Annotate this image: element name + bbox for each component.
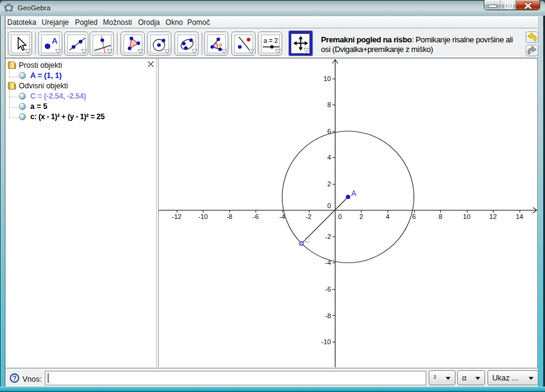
svg-text:-8: -8	[226, 213, 233, 220]
svg-text:14: 14	[516, 213, 523, 220]
svg-text:0: 0	[338, 213, 342, 220]
svg-text:-10: -10	[198, 213, 208, 220]
svg-text:A: A	[52, 36, 58, 45]
svg-text:-10: -10	[322, 338, 331, 345]
svg-text:-8: -8	[325, 312, 331, 319]
svg-text:10: 10	[323, 75, 331, 82]
svg-text:-12: -12	[172, 213, 182, 220]
svg-text:2: 2	[327, 180, 331, 188]
svg-text:a = 2: a = 2	[263, 37, 278, 44]
svg-text:C: C	[305, 236, 310, 244]
svg-text:α: α	[219, 41, 223, 48]
svg-text:A: A	[351, 189, 357, 198]
svg-text:6: 6	[412, 213, 416, 220]
svg-text:-2: -2	[306, 213, 312, 220]
svg-text:10: 10	[463, 213, 471, 220]
svg-text:4: 4	[327, 154, 331, 161]
svg-text:-2: -2	[325, 233, 331, 240]
svg-text:4: 4	[386, 213, 389, 220]
svg-text:0: 0	[327, 202, 331, 209]
svg-text:12: 12	[489, 213, 497, 220]
svg-text:?: ?	[13, 374, 16, 382]
svg-text:2: 2	[359, 213, 363, 220]
svg-text:8: 8	[438, 213, 442, 220]
svg-text:-6: -6	[253, 213, 259, 220]
svg-text:-6: -6	[325, 286, 331, 293]
svg-text:8: 8	[327, 101, 331, 108]
